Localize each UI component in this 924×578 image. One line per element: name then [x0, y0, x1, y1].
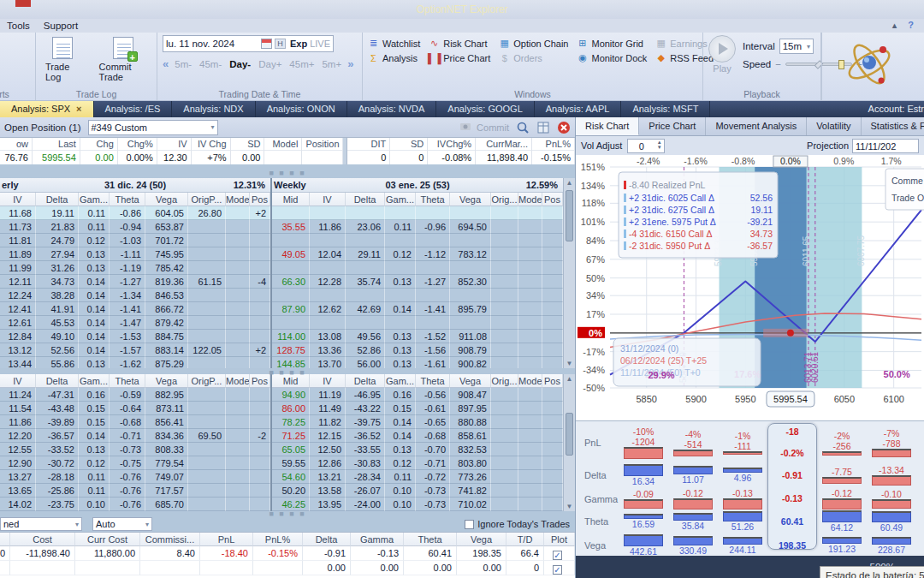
chain-cell[interactable] — [542, 247, 563, 261]
tab-analysis-onon[interactable]: Analysis: ONON — [256, 101, 347, 117]
chain-cell[interactable]: 0.14 — [79, 275, 110, 289]
chain-cell[interactable]: 11.73 — [0, 220, 36, 234]
chain-cell[interactable] — [188, 330, 226, 343]
chain-cell[interactable] — [226, 330, 250, 343]
chain-cell[interactable]: -0.59 — [110, 388, 145, 402]
help-icon[interactable]: ? — [908, 20, 914, 30]
chain-cell[interactable]: 11.86 — [310, 220, 346, 234]
chain-cell[interactable] — [346, 316, 385, 330]
chain-cell[interactable] — [416, 261, 450, 275]
chain-cell[interactable] — [450, 289, 491, 302]
chain-cell[interactable]: -1.47 — [110, 316, 145, 330]
chain-col-header[interactable]: OrigP... — [188, 193, 226, 206]
chain-cell[interactable]: 11.89 — [0, 247, 36, 261]
chain-col-header[interactable]: Gam... — [79, 374, 110, 388]
chain-cell[interactable] — [518, 470, 542, 484]
horizontal-splitter-3[interactable]: ■ ■ ■ ■ — [0, 511, 575, 516]
chain-cell[interactable]: 0.10 — [385, 484, 416, 498]
chain-cell[interactable]: -33.52 — [36, 443, 79, 456]
menu-support[interactable]: Support — [44, 19, 78, 33]
chain-cell[interactable] — [542, 484, 563, 498]
chain-cell[interactable]: 897.95 — [450, 402, 491, 415]
rtab-statistics-amp-fundamenta[interactable]: Statistics & Fundamenta — [862, 117, 924, 135]
chain-cell[interactable]: 12.86 — [310, 456, 346, 470]
chain-cell[interactable]: 114.00 — [272, 330, 310, 343]
chain-cell[interactable]: 11.24 — [0, 388, 36, 402]
chain-cell[interactable]: -0.64 — [110, 402, 145, 415]
chain-col-header[interactable]: Model — [226, 374, 250, 388]
chain-cell[interactable] — [518, 443, 542, 456]
chain-col-header[interactable]: Delta — [346, 193, 385, 206]
chain-cell[interactable] — [272, 234, 310, 247]
chain-cell[interactable]: 882.95 — [145, 388, 188, 402]
chain-cell[interactable]: 41.91 — [36, 302, 79, 316]
chain-cell[interactable] — [250, 498, 270, 511]
chain-cell[interactable]: 908.47 — [450, 388, 491, 402]
chain-cell[interactable] — [226, 415, 250, 429]
chain-cell[interactable]: 122.05 — [188, 343, 226, 357]
chain-col-header[interactable]: IV — [0, 374, 36, 388]
chain-cell[interactable] — [188, 234, 226, 247]
chain-cell[interactable]: 12.28 — [310, 275, 346, 289]
chain-cell[interactable] — [250, 402, 270, 415]
chain-cell[interactable]: 0.12 — [79, 456, 110, 470]
chain-cell[interactable] — [491, 234, 518, 247]
chain-cell[interactable]: 852.30 — [450, 275, 491, 289]
chain-cell[interactable]: 0.14 — [79, 330, 110, 343]
chain-col-header[interactable]: Delta — [346, 374, 385, 388]
chain-cell[interactable]: 685.70 — [145, 498, 188, 511]
chain-cell[interactable] — [491, 388, 518, 402]
chain-cell[interactable] — [250, 456, 270, 470]
windows-button-watchlist[interactable]: ≣Watchlist — [368, 38, 420, 49]
chain-cell[interactable]: 911.08 — [450, 330, 491, 343]
close-position-icon[interactable] — [557, 121, 571, 134]
chain-cell[interactable]: 94.90 — [272, 388, 310, 402]
chain-cell[interactable]: 27.94 — [36, 247, 79, 261]
chain-cell[interactable]: 12.84 — [0, 330, 36, 343]
chain-cell[interactable] — [250, 484, 270, 498]
chain-cell[interactable]: 0.13 — [79, 261, 110, 275]
chain-cell[interactable]: 13.08 — [310, 330, 346, 343]
chain-col-header[interactable]: Vega — [145, 193, 188, 206]
chain-cell[interactable]: -30.72 — [36, 456, 79, 470]
chain-cell[interactable]: 0.13 — [385, 357, 416, 368]
summary-header[interactable]: Gamma — [351, 533, 404, 546]
chain-cell[interactable]: 779.54 — [145, 456, 188, 470]
exp-label[interactable]: Exp — [290, 39, 307, 49]
chain-cell[interactable] — [542, 343, 563, 357]
nav-Day-[interactable]: Day- — [229, 59, 251, 69]
chain-cell[interactable]: 745.95 — [145, 247, 188, 261]
summary-header[interactable]: Commissi... — [140, 533, 200, 546]
position-select[interactable]: #349 Custom▾ — [88, 120, 218, 135]
chain-cell[interactable]: 11.86 — [0, 415, 36, 429]
chain-cell[interactable]: 59.55 — [272, 456, 310, 470]
chain-cell[interactable]: 0.14 — [79, 316, 110, 330]
chain-cell[interactable]: 0.14 — [385, 415, 416, 429]
chain-cell[interactable]: -0.65 — [416, 415, 450, 429]
chain-cell[interactable] — [250, 415, 270, 429]
summary-header[interactable]: Curr Cost — [75, 533, 140, 546]
chain-cell[interactable]: -26.07 — [346, 484, 385, 498]
chain-cell[interactable]: -1.19 — [110, 261, 145, 275]
chain-cell[interactable]: -1.34 — [110, 289, 145, 302]
chain-cell[interactable] — [518, 343, 542, 357]
windows-button-monitor-dock[interactable]: ◉Monitor Dock — [577, 52, 647, 63]
chain-cell[interactable] — [518, 357, 542, 368]
plot-checkbox[interactable]: ✓ — [544, 561, 575, 575]
chain-cell[interactable]: 0.13 — [385, 443, 416, 456]
chain-cell[interactable] — [188, 470, 226, 484]
chain-cell[interactable]: -0.96 — [416, 220, 450, 234]
chain-cell[interactable] — [250, 247, 270, 261]
windows-button-risk-chart[interactable]: ∿Risk Chart — [429, 38, 490, 49]
vol-adjust-spinner[interactable]: 0 ▲▼ — [627, 139, 665, 153]
chain-cell[interactable]: -43.22 — [346, 402, 385, 415]
chain-cell[interactable]: 0.15 — [79, 402, 110, 415]
chain-cell[interactable]: 0.11 — [79, 470, 110, 484]
chain-cell[interactable]: -0.75 — [110, 456, 145, 470]
chain-cell[interactable]: -47.31 — [36, 388, 79, 402]
chain-cell[interactable]: 13.95 — [310, 498, 346, 511]
chain-cell[interactable]: 54.60 — [272, 470, 310, 484]
commit-trade-button[interactable]: + Commit Trade — [95, 35, 151, 84]
tab-analysis-googl[interactable]: Analysis: GOOGL — [436, 101, 534, 117]
chain-cell[interactable] — [518, 247, 542, 261]
